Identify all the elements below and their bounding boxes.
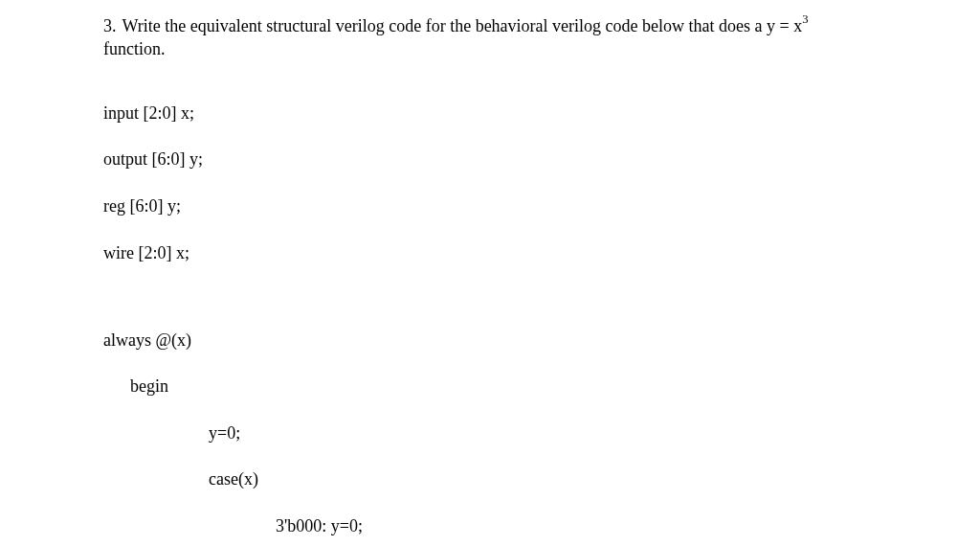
always-block: always @(x) begin y=0; case(x) 3'b000: y… — [103, 305, 980, 546]
question-prompt: 3.Write the equivalent structural verilo… — [103, 13, 980, 61]
decl-wire: wire [2:0] x; — [103, 241, 980, 264]
declarations-block: input [2:0] x; output [6:0] y; reg [6:0]… — [103, 79, 980, 288]
case-head: case(x) — [103, 467, 980, 490]
question-text-prefix: Write the equivalent structural verilog … — [122, 16, 803, 35]
question-line-1: 3.Write the equivalent structural verilo… — [103, 13, 980, 37]
decl-output: output [6:0] y; — [103, 148, 980, 171]
case-000: 3'b000: y=0; — [103, 514, 980, 537]
decl-reg: reg [6:0] y; — [103, 194, 980, 217]
stmt-y-zero: y=0; — [103, 421, 980, 444]
question-line-2: function. — [103, 37, 980, 60]
begin-keyword: begin — [103, 375, 980, 398]
question-exponent: 3 — [802, 12, 808, 26]
decl-input: input [2:0] x; — [103, 102, 980, 125]
question-number: 3. — [103, 14, 117, 37]
always-head: always @(x) — [103, 329, 980, 352]
